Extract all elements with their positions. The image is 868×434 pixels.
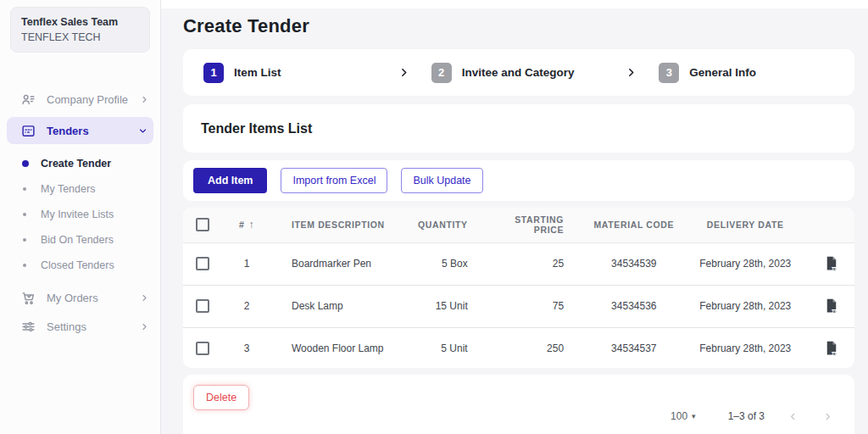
company-name: TENFLEX TECH (21, 31, 139, 43)
material-code: 34534537 (586, 342, 682, 354)
sidebar-item-my-tenders[interactable]: My Tenders (0, 176, 160, 202)
table-row[interactable]: 1 Boardmarker Pen 5 Box 25 34534539 Febr… (183, 243, 854, 286)
sidebar-item-label: My Orders (47, 292, 141, 304)
row-checkbox[interactable] (196, 299, 209, 313)
quantity: 5 Box (403, 258, 490, 270)
wizard-stepper: 1 Item List 2 Invitee and Category 3 Gen… (183, 49, 854, 96)
delivery-date: February 28th, 2023 (682, 342, 809, 354)
tenders-submenu: Create Tender My Tenders My Invitee List… (0, 151, 160, 278)
row-checkbox[interactable] (196, 342, 209, 355)
quantity: 15 Unit (403, 300, 490, 312)
cart-icon (20, 290, 36, 305)
sidebar-item-closed-tenders[interactable]: Closed Tenders (0, 253, 160, 278)
page-title: Create Tender (183, 15, 854, 37)
column-header-quantity[interactable]: QUANTITY (403, 220, 490, 230)
step-label: General Info (689, 66, 756, 79)
step-label: Invitee and Category (462, 66, 575, 79)
sort-ascending-icon: ↑ (248, 219, 254, 231)
row-checkbox[interactable] (196, 257, 209, 270)
row-select-cell (183, 299, 222, 313)
column-header-material-code[interactable]: MATERIAL CODE (586, 220, 682, 230)
step-invitee-and-category[interactable]: 2 Invitee and Category (431, 63, 626, 83)
select-all-checkbox[interactable] (196, 218, 209, 231)
bullet-icon (23, 264, 26, 267)
row-number: 3 (222, 342, 271, 354)
bullet-icon (23, 213, 26, 216)
table-footer: Delete 100 ▾ 1–3 of 3 (183, 375, 854, 434)
starting-price: 250 (490, 342, 586, 354)
sidebar-item-my-orders[interactable]: My Orders (0, 283, 160, 312)
bulk-update-button[interactable]: Bulk Update (401, 168, 482, 193)
tender-items-table: # ↑ ITEM DESCRIPTION QUANTITY STARTING P… (183, 208, 854, 368)
delete-button[interactable]: Delete (193, 385, 249, 410)
page-body: Create Tender 1 Item List 2 Invitee and … (161, 8, 868, 434)
team-selector[interactable]: Tenflex Sales Team TENFLEX TECH (10, 7, 150, 53)
column-header-number[interactable]: # ↑ (222, 219, 271, 231)
step-number-badge: 2 (431, 63, 452, 83)
sidebar-item-create-tender[interactable]: Create Tender (0, 151, 160, 176)
table-header-row: # ↑ ITEM DESCRIPTION QUANTITY STARTING P… (183, 208, 854, 243)
material-code: 34534539 (586, 258, 682, 270)
step-general-info[interactable]: 3 General Info (659, 63, 834, 83)
step-number-badge: 3 (659, 63, 679, 83)
column-header-item-description[interactable]: ITEM DESCRIPTION (271, 220, 403, 230)
sidebar-item-label: Create Tender (41, 158, 111, 170)
team-name: Tenflex Sales Team (21, 16, 139, 28)
sidebar-nav: Company Profile Tenders (0, 85, 160, 341)
starting-price: 25 (490, 258, 586, 270)
chevron-right-icon (141, 323, 148, 331)
pagination-controls (788, 412, 843, 421)
chevron-right-icon (626, 67, 637, 78)
starting-price: 75 (490, 300, 586, 312)
user-card-icon (20, 92, 36, 107)
column-header-starting-price[interactable]: STARTING PRICE (490, 214, 586, 235)
caret-down-icon: ▾ (692, 412, 696, 420)
delivery-date: February 28th, 2023 (682, 300, 809, 312)
sidebar-item-settings[interactable]: Settings (0, 312, 160, 341)
step-item-list[interactable]: 1 Item List (203, 63, 398, 83)
sidebar-item-label: My Tenders (41, 183, 95, 195)
sidebar-item-bid-on-tenders[interactable]: Bid On Tenders (0, 227, 160, 253)
column-label: # (239, 220, 244, 230)
sidebar-item-tenders[interactable]: Tenders (7, 117, 153, 144)
sidebar-item-company-profile[interactable]: Company Profile (0, 85, 160, 114)
delivery-date: February 28th, 2023 (682, 258, 809, 270)
items-toolbar: Add Item Import from Excel Bulk Update (183, 160, 854, 200)
previous-page-icon[interactable] (788, 412, 798, 421)
file-remove-icon[interactable]: x (809, 298, 854, 314)
sidebar-item-label: My Invitee Lists (41, 209, 114, 220)
pagination-range: 1–3 of 3 (728, 410, 765, 422)
chevron-right-icon (141, 96, 148, 103)
row-select-cell (183, 342, 222, 355)
section-header: Tender Items List (183, 104, 854, 153)
app-window: Tenflex Sales Team TENFLEX TECH Company … (0, 0, 868, 434)
tenders-icon (20, 123, 36, 138)
file-remove-icon[interactable]: x (809, 341, 854, 356)
step-number-badge: 1 (203, 63, 224, 83)
row-number: 1 (222, 258, 271, 270)
bullet-icon (23, 187, 26, 191)
rows-per-page-select[interactable]: 100 ▾ (670, 410, 696, 422)
sidebar-item-label: Company Profile (47, 93, 141, 106)
sidebar-item-label: Bid On Tenders (41, 234, 114, 246)
sliders-icon (20, 319, 36, 334)
sidebar: Tenflex Sales Team TENFLEX TECH Company … (0, 0, 161, 434)
table-row[interactable]: 2 Desk Lamp 15 Unit 75 34534536 February… (183, 286, 854, 328)
file-remove-icon[interactable]: x (809, 256, 854, 271)
material-code: 34534536 (586, 300, 682, 312)
sidebar-item-label: Closed Tenders (41, 259, 114, 271)
next-page-icon[interactable] (823, 412, 832, 421)
table-row[interactable]: 3 Wooden Floor Lamp 5 Unit 250 34534537 … (183, 328, 854, 368)
bullet-icon (23, 238, 26, 242)
import-from-excel-button[interactable]: Import from Excel (281, 168, 387, 193)
pagination: 100 ▾ 1–3 of 3 (193, 410, 843, 426)
section-title: Tender Items List (201, 121, 312, 136)
column-header-delivery-date[interactable]: DELIVERY DATE (682, 220, 809, 230)
main-content: Create Tender 1 Item List 2 Invitee and … (161, 0, 868, 434)
quantity: 5 Unit (403, 342, 490, 354)
chevron-right-icon (398, 67, 409, 78)
active-bullet-icon (22, 160, 29, 167)
add-item-button[interactable]: Add Item (193, 168, 267, 193)
sidebar-item-my-invitee-lists[interactable]: My Invitee Lists (0, 202, 160, 227)
chevron-right-icon (141, 294, 148, 302)
